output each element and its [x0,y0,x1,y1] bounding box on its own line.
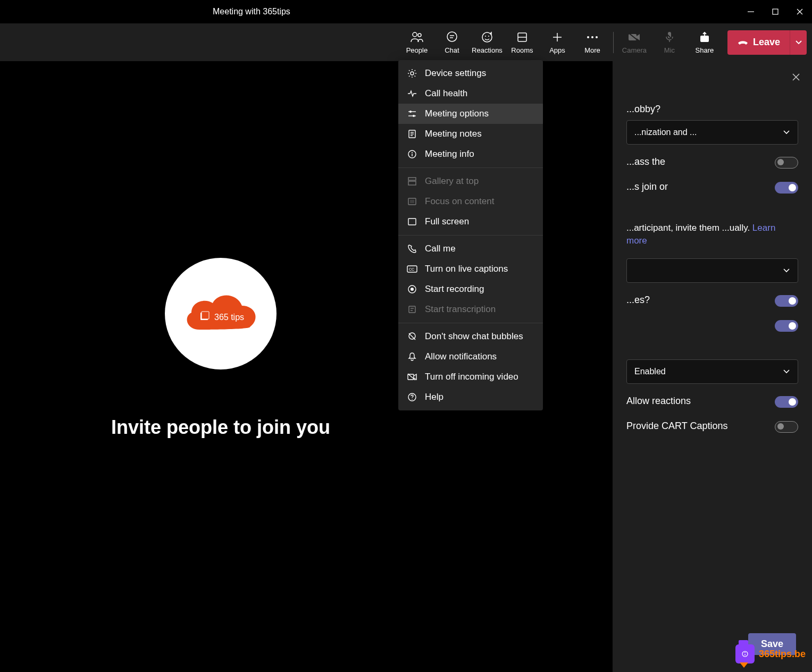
leave-label: Leave [753,37,780,48]
minimize-button[interactable] [739,0,763,23]
menu-item-phone[interactable]: Call me [398,239,543,259]
menu-item-cc[interactable]: CCTurn on live captions [398,259,543,279]
menu-item-label: Help [425,392,443,402]
hangup-icon [737,39,749,46]
record-icon [407,284,417,295]
leave-button[interactable]: Leave [727,30,790,55]
lobby-question: ...obby? [626,103,798,116]
invite-heading: Invite people to join you [111,416,330,439]
bell-icon [407,351,417,362]
menu-item-video-off[interactable]: Turn off incoming video [398,367,543,387]
menu-item-transcript: Start transcription [398,299,543,320]
svg-point-31 [409,111,412,113]
gear-icon [407,68,417,79]
announce-join-toggle[interactable] [775,182,798,194]
menu-item-record[interactable]: Start recording [398,279,543,299]
menu-item-help[interactable]: Help [398,387,543,407]
chat-select-value: Enabled [634,367,666,376]
menu-item-label: Full screen [425,216,469,227]
menu-item-label: Call me [425,243,456,254]
close-panel-button[interactable] [791,72,801,82]
pulse-icon [407,88,417,99]
menu-divider [398,323,543,323]
svg-point-10 [485,36,486,37]
watermark-icon [735,644,755,663]
meeting-toolbar: People Chat Reactions Rooms Apps More Ca… [0,23,812,61]
share-button[interactable]: Share [687,25,722,60]
menu-item-gear[interactable]: Device settings [398,63,543,83]
title-bar: Meeting with 365tips [0,0,812,23]
reactions-label: Reactions [472,46,503,54]
menu-item-label: Device settings [425,68,486,79]
menu-item-label: Don't show chat bubbles [425,331,523,342]
allow-mic-toggle[interactable] [775,295,798,307]
svg-rect-1 [773,9,778,14]
chat-off-icon [407,331,417,342]
camera-label: Camera [622,46,647,54]
more-button[interactable]: More [575,25,610,60]
menu-divider [398,235,543,236]
menu-item-bell[interactable]: Allow notifications [398,347,543,367]
svg-point-5 [418,33,421,37]
lobby-select[interactable]: ...nization and ... [626,120,798,145]
focus-icon [407,196,417,207]
camera-button[interactable]: Camera [617,25,652,60]
more-label: More [584,46,600,54]
presenter-select[interactable] [626,258,798,283]
allow-reactions-toggle[interactable] [775,396,798,408]
menu-item-label: Turn off incoming video [425,372,518,382]
window-controls [739,0,812,23]
rooms-icon [516,31,528,44]
rooms-button[interactable]: Rooms [505,25,540,60]
allow-reactions-label: Allow reactions [626,394,767,408]
apps-label: Apps [549,46,565,54]
people-button[interactable]: People [399,25,434,60]
people-label: People [406,46,428,54]
maximize-button[interactable] [763,0,788,23]
menu-item-pulse[interactable]: Call health [398,83,543,104]
close-window-button[interactable] [788,0,812,23]
camera-question-label [626,318,767,332]
lobby-select-value: ...nization and ... [634,128,697,137]
info-icon [407,149,417,159]
reactions-button[interactable]: Reactions [470,25,505,60]
svg-rect-41 [408,181,416,185]
menu-item-notes[interactable]: Meeting notes [398,124,543,144]
svg-text:365 tips: 365 tips [214,313,244,322]
svg-point-17 [591,36,593,38]
apps-button[interactable]: Apps [540,25,575,60]
transcript-icon [407,304,417,315]
announce-join-label: ...s join or [626,180,767,194]
menu-item-sliders[interactable]: Meeting options [398,104,543,124]
chevron-down-icon [783,369,790,374]
chat-label: Chat [445,46,459,54]
more-dropdown-menu: Device settingsCall healthMeeting option… [398,60,543,410]
menu-item-info[interactable]: Meeting info [398,144,543,164]
svg-rect-43 [410,200,414,203]
menu-item-gallery-top: Gallery at top [398,171,543,191]
cc-icon: CC [407,264,417,274]
menu-item-label: Start transcription [425,304,496,315]
allow-camera-toggle[interactable] [775,320,798,332]
chevron-down-icon [783,268,790,273]
presenter-info-text: ...articipant, invite them ...ually. Lea… [626,222,798,248]
fullscreen-icon [407,216,417,227]
svg-point-52 [409,333,415,339]
svg-point-32 [413,115,415,117]
callers-bypass-toggle[interactable] [775,157,798,169]
mic-off-icon [664,31,675,44]
menu-item-chat-off[interactable]: Don't show chat bubbles [398,326,543,347]
apps-icon [551,31,563,44]
svg-rect-44 [408,219,416,225]
leave-chevron-button[interactable] [790,30,807,55]
svg-point-38 [412,152,413,153]
svg-point-11 [488,36,489,37]
menu-item-fullscreen[interactable]: Full screen [398,212,543,232]
chat-icon [446,31,458,44]
cart-captions-toggle[interactable] [775,421,798,433]
mic-button[interactable]: Mic [652,25,687,60]
camera-off-icon [627,31,641,44]
chat-select[interactable]: Enabled [626,359,798,384]
svg-point-48 [411,288,414,291]
chat-button[interactable]: Chat [434,25,470,60]
